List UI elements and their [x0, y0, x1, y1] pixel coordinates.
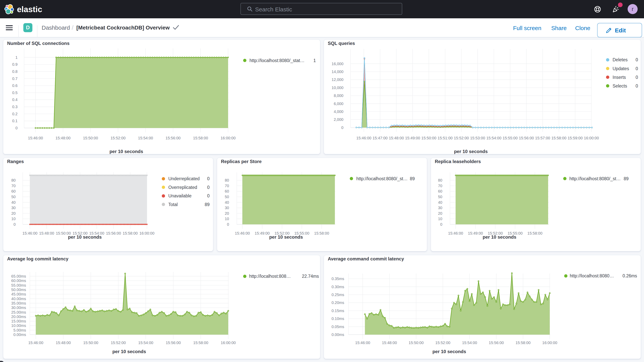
svg-text:20: 20 [438, 211, 442, 216]
svg-text:0.6: 0.6 [12, 84, 18, 88]
svg-text:40: 40 [12, 200, 16, 204]
svg-text:15:58:00: 15:58:00 [552, 136, 566, 140]
svg-text:0.5: 0.5 [12, 90, 18, 95]
svg-text:15:46:00: 15:46:00 [22, 231, 38, 235]
svg-text:60: 60 [225, 189, 229, 193]
svg-text:0.00ms: 0.00ms [332, 332, 344, 337]
svg-text:20: 20 [12, 211, 16, 216]
svg-text:15:50:00: 15:50:00 [83, 136, 98, 140]
svg-text:40: 40 [225, 200, 229, 204]
svg-text:15:47:00: 15:47:00 [372, 136, 388, 140]
svg-text:15:48:00: 15:48:00 [389, 136, 404, 140]
svg-text:15:56:00: 15:56:00 [166, 136, 181, 140]
svg-text:50: 50 [12, 195, 16, 199]
svg-text:8,000: 8,000 [334, 94, 344, 98]
svg-text:16:00:00: 16:00:00 [584, 136, 599, 140]
svg-text:15:58:00: 15:58:00 [516, 340, 531, 345]
svg-text:15:52:00: 15:52:00 [435, 340, 450, 345]
svg-text:0.15ms: 0.15ms [332, 308, 344, 313]
svg-text:per 10 seconds: per 10 seconds [482, 234, 516, 240]
svg-text:15:48:00: 15:48:00 [56, 136, 70, 140]
svg-text:0.1: 0.1 [12, 119, 18, 123]
svg-text:15:52:00: 15:52:00 [110, 136, 126, 140]
svg-text:15:49:00: 15:49:00 [255, 231, 270, 235]
svg-text:10,000: 10,000 [332, 86, 344, 90]
svg-text:0: 0 [341, 126, 344, 130]
svg-text:30: 30 [12, 206, 16, 210]
svg-text:70: 70 [225, 184, 229, 188]
svg-text:20.00ms: 20.00ms [11, 314, 26, 319]
svg-text:40.00ms: 40.00ms [11, 297, 26, 301]
svg-text:45.00ms: 45.00ms [11, 292, 26, 296]
svg-text:2,000: 2,000 [334, 118, 344, 122]
svg-text:15:54:00: 15:54:00 [138, 340, 153, 345]
svg-text:10: 10 [225, 217, 229, 221]
svg-text:15:50:00: 15:50:00 [421, 136, 436, 140]
svg-text:15:54:00: 15:54:00 [462, 340, 477, 345]
svg-text:70: 70 [12, 184, 16, 188]
svg-text:15:46:00: 15:46:00 [448, 231, 463, 235]
svg-text:6,000: 6,000 [334, 102, 344, 106]
svg-text:15:48:00: 15:48:00 [39, 231, 54, 235]
svg-text:10.00ms: 10.00ms [11, 324, 26, 328]
svg-text:14,000: 14,000 [332, 70, 344, 74]
svg-text:0.20ms: 0.20ms [332, 300, 344, 305]
svg-text:15:58:00: 15:58:00 [123, 231, 138, 235]
svg-text:15:48:00: 15:48:00 [382, 340, 397, 345]
svg-text:15:58:00: 15:58:00 [193, 340, 208, 345]
svg-text:15:54:00: 15:54:00 [486, 136, 501, 140]
svg-text:0.25ms: 0.25ms [332, 292, 344, 297]
svg-text:15:50:00: 15:50:00 [408, 340, 424, 345]
svg-text:15:56:00: 15:56:00 [489, 340, 504, 345]
svg-text:15:46:00: 15:46:00 [28, 340, 44, 345]
svg-text:15:59:00: 15:59:00 [568, 136, 583, 140]
svg-text:16:00:00: 16:00:00 [221, 340, 236, 345]
svg-text:15.00ms: 15.00ms [11, 319, 26, 323]
svg-text:12,000: 12,000 [332, 78, 344, 82]
svg-text:80: 80 [12, 178, 16, 182]
svg-text:0.35ms: 0.35ms [332, 276, 344, 281]
svg-text:20: 20 [225, 211, 229, 216]
svg-text:60: 60 [12, 189, 16, 193]
svg-text:10: 10 [438, 217, 442, 221]
svg-text:15:52:00: 15:52:00 [454, 136, 469, 140]
svg-text:15:46:00: 15:46:00 [355, 340, 370, 345]
svg-text:15:58:00: 15:58:00 [527, 231, 542, 235]
svg-text:4,000: 4,000 [334, 110, 344, 114]
svg-text:0.30ms: 0.30ms [332, 285, 344, 289]
svg-text:10: 10 [12, 217, 16, 221]
svg-text:15:49:00: 15:49:00 [468, 231, 483, 235]
svg-text:0.05ms: 0.05ms [332, 324, 344, 329]
svg-text:15:57:00: 15:57:00 [535, 136, 550, 140]
svg-text:per 10 seconds: per 10 seconds [432, 349, 466, 354]
svg-text:15:46:00: 15:46:00 [356, 136, 371, 140]
svg-text:70: 70 [438, 184, 442, 188]
svg-text:per 10 seconds: per 10 seconds [454, 149, 488, 154]
svg-text:60.00ms: 60.00ms [11, 278, 26, 283]
svg-text:40: 40 [438, 200, 442, 204]
svg-text:0.9: 0.9 [12, 62, 18, 66]
svg-text:15:46:00: 15:46:00 [28, 136, 43, 140]
svg-text:15:49:00: 15:49:00 [405, 136, 420, 140]
svg-text:15:48:00: 15:48:00 [56, 340, 71, 345]
svg-text:16:00:00: 16:00:00 [542, 340, 557, 345]
svg-text:80: 80 [225, 178, 229, 182]
svg-text:15:56:00: 15:56:00 [519, 136, 534, 140]
svg-text:per 10 seconds: per 10 seconds [269, 234, 303, 240]
svg-text:25.00ms: 25.00ms [11, 310, 26, 314]
svg-text:15:56:00: 15:56:00 [106, 231, 121, 235]
svg-text:15:58:00: 15:58:00 [193, 136, 208, 140]
svg-text:15:54:00: 15:54:00 [138, 136, 153, 140]
svg-text:0: 0 [14, 222, 16, 226]
svg-text:65.00ms: 65.00ms [11, 274, 26, 278]
svg-text:0.8: 0.8 [12, 70, 18, 74]
svg-text:60: 60 [438, 189, 442, 193]
svg-text:per 10 seconds: per 10 seconds [112, 349, 146, 354]
svg-text:0.7: 0.7 [12, 76, 18, 81]
svg-text:15:53:00: 15:53:00 [470, 136, 485, 140]
svg-text:80: 80 [438, 178, 442, 182]
svg-text:0: 0 [440, 222, 442, 226]
svg-text:0.00ms: 0.00ms [13, 332, 26, 337]
svg-text:15:58:00: 15:58:00 [314, 231, 329, 235]
svg-text:50: 50 [225, 195, 229, 199]
